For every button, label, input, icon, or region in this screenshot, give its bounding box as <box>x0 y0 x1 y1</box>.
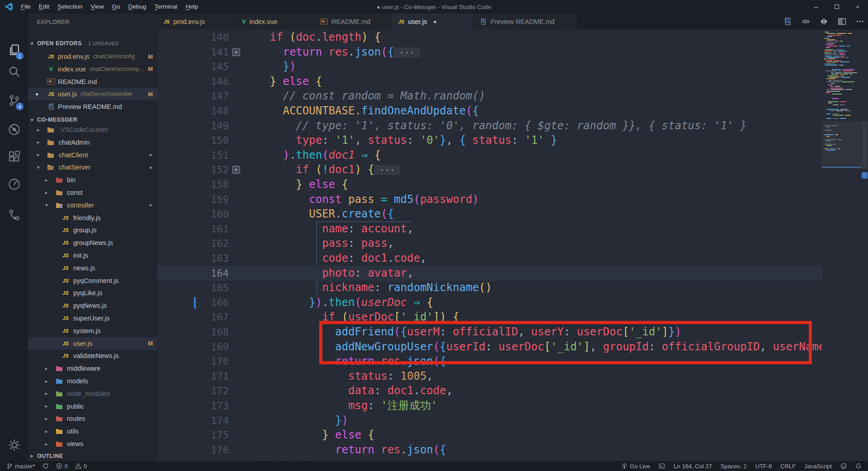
scrollbar-slider[interactable] <box>862 121 868 169</box>
fold-expand-icon[interactable]: + <box>232 166 240 174</box>
open-editor-item[interactable]: JSprod.env.jschatClient\configM <box>28 50 157 63</box>
line-number[interactable]: 149 <box>197 118 229 133</box>
activity-search-icon[interactable] <box>0 61 28 82</box>
tab-user-js[interactable]: JSuser.js● <box>392 14 473 29</box>
code-line-175[interactable]: 175 } else { <box>157 428 822 443</box>
action-more-actions-icon[interactable] <box>856 17 864 26</box>
line-number[interactable]: 150 <box>197 133 229 148</box>
maximize-button[interactable] <box>826 0 847 14</box>
activity-settings-gear-icon[interactable] <box>0 434 28 456</box>
tree-item-pyqComment.js[interactable]: JSpyqComment.js <box>28 274 157 287</box>
line-number[interactable]: 173 <box>197 398 229 413</box>
menu-go[interactable]: Go <box>108 0 124 14</box>
activity-extensions-icon[interactable] <box>0 146 28 167</box>
tree-item-views[interactable]: ▸views <box>28 438 157 450</box>
open-editors-header[interactable]: ▾OPEN EDITORS1 UNSAVED <box>28 37 157 50</box>
terminal-button[interactable] <box>659 463 665 469</box>
action-split-editor-icon[interactable] <box>838 17 846 26</box>
code-line-173[interactable]: 173 msg: '注册成功' <box>157 398 822 413</box>
cursor-position[interactable]: Ln 164, Col 27 <box>674 463 712 470</box>
tree-item-superUser.js[interactable]: JSsuperUser.js <box>28 312 157 325</box>
code-line-158[interactable]: 158 } else { <box>157 177 822 192</box>
activity-source-control-icon[interactable]: 4 <box>0 89 28 111</box>
action-open-changes-icon[interactable] <box>802 17 810 26</box>
tree-item-.VSCodeCounter[interactable]: ▸.VSCodeCounter <box>28 123 157 136</box>
line-number[interactable]: 170 <box>197 354 229 369</box>
tree-item-controller[interactable]: ▾controller● <box>28 199 157 212</box>
line-number[interactable]: 172 <box>197 383 229 398</box>
line-number[interactable]: 163 <box>197 251 229 266</box>
line-number[interactable]: 148 <box>197 104 229 118</box>
tree-item-user.js[interactable]: JSuser.jsM <box>28 337 157 350</box>
code-line-145[interactable]: 145 }) <box>157 59 822 74</box>
code-line-148[interactable]: 148 ACCOUNTBASE.findOneAndUpdate({ <box>157 104 822 118</box>
line-number[interactable]: 162 <box>197 236 229 251</box>
tree-item-middleware[interactable]: ▸middleware <box>28 362 157 375</box>
line-number[interactable]: 161 <box>197 221 229 236</box>
action-git-compare-icon[interactable] <box>820 17 828 26</box>
vertical-scrollbar[interactable] <box>861 29 868 461</box>
code-line-146[interactable]: 146 } else { <box>157 74 822 89</box>
minimap[interactable] <box>822 29 861 461</box>
code-line-147[interactable]: 147 // const random = Math.random() <box>157 89 822 104</box>
line-number[interactable]: 159 <box>197 192 229 207</box>
menu-help[interactable]: Help <box>181 0 202 14</box>
line-number[interactable]: 174 <box>197 413 229 428</box>
line-number[interactable]: 146 <box>197 74 229 89</box>
code-line-160[interactable]: 160 USER.create({ <box>157 207 822 221</box>
tree-item-const[interactable]: ▸const <box>28 186 157 199</box>
line-number[interactable]: 176 <box>197 443 229 457</box>
tree-item-group.js[interactable]: JSgroup.js <box>28 224 157 236</box>
branch-indicator[interactable]: master* <box>6 463 35 470</box>
problems-warnings[interactable]: 0 <box>75 463 87 470</box>
code-line-162[interactable]: 162 pass: pass, <box>157 236 822 251</box>
activity-git-graph-icon[interactable] <box>0 204 28 226</box>
code-line-171[interactable]: 171 status: 1005, <box>157 369 822 384</box>
tree-item-routes[interactable]: ▸routes <box>28 412 157 425</box>
action-open-preview-icon[interactable] <box>783 17 792 26</box>
code-line-166[interactable]: 166 }).then(userDoc ⇒ { <box>157 295 822 310</box>
code-line-163[interactable]: 163 code: doc1.code, <box>157 251 822 266</box>
open-editor-item[interactable]: Vindex.vuechatClient\src\components...M <box>28 63 157 75</box>
line-number[interactable]: 145 <box>197 59 229 74</box>
code-line-161[interactable]: 161 name: account, <box>157 221 822 236</box>
code-line-172[interactable]: 172 data: doc1.code, <box>157 383 822 398</box>
indentation-setting[interactable]: Spaces: 2 <box>721 463 747 470</box>
menu-debug[interactable]: Debug <box>124 0 151 14</box>
line-number[interactable]: 165 <box>197 280 229 295</box>
line-number[interactable]: 152 <box>197 162 229 177</box>
code-line-165[interactable]: 165 nickname: randomNickname() <box>157 280 822 295</box>
line-number[interactable]: 160 <box>197 207 229 221</box>
code-line-149[interactable]: 149 // type: '1', status: '0', random: {… <box>157 118 822 133</box>
tree-item-chatAdmin[interactable]: ▸chatAdmin <box>28 136 157 149</box>
minimize-button[interactable]: ─ <box>806 0 826 14</box>
tab-index-vue[interactable]: Vindex.vue <box>236 14 314 29</box>
open-editor-item[interactable]: M↓README.md <box>28 75 157 88</box>
tree-item-system.js[interactable]: JSsystem.js <box>28 325 157 337</box>
sync-button[interactable] <box>42 463 49 469</box>
tab-preview-readme-md[interactable]: Preview README.md <box>473 14 577 29</box>
menu-file[interactable]: File <box>17 0 35 14</box>
tree-item-groupNews.js[interactable]: JSgroupNews.js <box>28 236 157 249</box>
code-line-159[interactable]: 159 const pass = md5(password) <box>157 192 822 207</box>
go-live-button[interactable]: Go Live <box>621 463 650 470</box>
tree-item-chatClient[interactable]: ▸chatClient● <box>28 149 157 161</box>
tree-item-validateNews.js[interactable]: JSvalidateNews.js <box>28 349 157 362</box>
outline-header[interactable]: ▸OUTLINE <box>28 450 157 461</box>
problems-errors[interactable]: 0 <box>56 463 68 470</box>
fold-expand-icon[interactable]: + <box>232 48 240 56</box>
tree-item-models[interactable]: ▸models <box>28 375 157 387</box>
line-number[interactable]: 147 <box>197 89 229 104</box>
activity-gauge-icon[interactable] <box>0 173 28 195</box>
line-number[interactable]: 140 <box>197 30 229 45</box>
line-number[interactable]: 164 <box>197 266 229 281</box>
code-line-150[interactable]: 150 type: '1', status: '0'}, { status: '… <box>157 133 822 148</box>
tab-prod-env-js[interactable]: JSprod.env.js <box>157 14 236 29</box>
menu-edit[interactable]: Edit <box>35 0 53 14</box>
tree-item-friendly.js[interactable]: JSfriendly.js <box>28 212 157 224</box>
tree-item-public[interactable]: ▸public <box>28 400 157 413</box>
open-editor-item[interactable]: Preview README.md <box>28 100 157 113</box>
line-number[interactable]: 158 <box>197 177 229 192</box>
menu-view[interactable]: View <box>87 0 108 14</box>
encoding-setting[interactable]: UTF-8 <box>755 463 772 470</box>
